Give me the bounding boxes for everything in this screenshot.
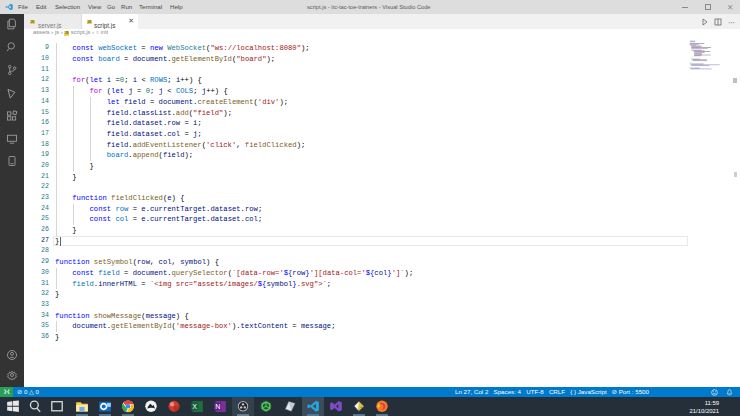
svg-text:X: X xyxy=(192,403,197,411)
svg-text:N: N xyxy=(215,403,220,411)
